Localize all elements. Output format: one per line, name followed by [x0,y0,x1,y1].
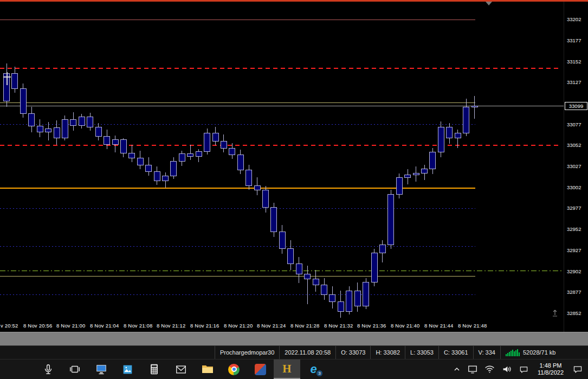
ie-notification-badge: 3 [316,370,322,376]
candle-body [279,232,285,249]
action-center-button[interactable] [572,359,584,379]
photos-icon [122,364,133,375]
red-blue-app-icon [255,364,266,375]
status-empty-area [0,346,215,359]
action-center-icon [573,365,583,374]
candle-body [254,186,260,190]
status-open-text: O: 33073 [341,349,365,356]
display-icon [468,365,477,374]
status-low-text: L: 33053 [410,349,434,356]
status-symbol-text: Prochargedmopar30 [220,349,274,356]
hidden-icons-button[interactable] [452,359,462,379]
microphone-icon [42,363,54,375]
candlestick-chart[interactable] [0,2,564,332]
candle-body [188,154,193,157]
price-axis[interactable]: 33099 3320233177331523312733077330523302… [564,2,588,332]
status-close: C: 33061 [438,346,473,359]
chrome-icon [228,364,240,375]
candle-body [163,176,169,181]
system-tray: 1:48 PM 11/8/2022 [452,359,588,379]
candle-body [396,177,402,194]
candle-body [229,148,235,155]
window-gap-strip [0,332,588,345]
candle-body [246,170,252,185]
file-explorer-button[interactable] [194,359,221,379]
price-axis-label: 32877 [567,289,581,295]
tray-wifi-button[interactable] [483,359,496,379]
crosshair-cursor-icon [2,72,12,85]
candle-body [95,127,101,136]
price-axis-label: 33152 [567,59,581,65]
taskbar-clock[interactable]: 1:48 PM 11/8/2022 [534,362,567,376]
chart-shift-marker-icon[interactable] [486,2,492,5]
task-view-button[interactable] [61,359,88,379]
taskbar-app-h-active[interactable]: H [274,359,300,379]
time-axis-label: 8 Nov 21:36 [357,323,386,329]
candle-body [313,279,319,285]
internet-explorer-button[interactable]: e 3 [300,359,327,379]
time-axis-label: 8 Nov 20:56 [23,323,52,329]
clock-time: 1:48 PM [538,362,564,369]
calculator-button[interactable] [141,359,167,379]
price-axis-label: 32927 [567,247,581,253]
tray-display-button[interactable] [467,359,479,379]
microphone-button[interactable] [35,359,61,379]
mail-app-button[interactable] [167,359,194,379]
status-volume-text: V: 334 [479,349,495,356]
candle-body [388,194,394,245]
chrome-icon-center [231,367,237,372]
calculator-icon [149,363,159,375]
candle-body [196,151,202,156]
file-explorer-icon [201,364,214,375]
status-symbol: Prochargedmopar30 [215,346,279,359]
photos-app-button[interactable] [114,359,141,379]
chart-plot-area[interactable]: v 20:528 Nov 20:568 Nov 21:008 Nov 21:04… [0,2,564,332]
candle-body [405,175,411,178]
time-axis[interactable]: v 20:528 Nov 20:568 Nov 21:008 Nov 21:04… [0,323,564,331]
taskbar-apps: H e 3 [0,359,327,379]
candle-body [354,291,360,306]
candle-body [371,253,377,282]
candle-body [363,282,369,306]
chart-anchor-icon[interactable] [552,310,558,319]
candle-body [70,119,76,125]
time-axis-label: 8 Nov 21:40 [391,323,419,329]
candle-body [438,127,444,152]
candle-body [79,117,85,126]
pc-app-button[interactable] [88,359,114,379]
tray-chat-button[interactable] [518,359,529,379]
candle-body [29,114,35,126]
price-axis-label: 33002 [567,184,581,190]
candle-body [288,249,294,264]
status-high: H: 33082 [370,346,405,359]
candle-body [305,274,311,279]
price-axis-label: 32852 [567,310,581,316]
time-axis-label: 8 Nov 21:16 [190,323,219,329]
taskbar: H e 3 [0,359,588,379]
candle-body [146,165,152,171]
candle-body [263,190,269,208]
volume-icon [502,365,512,374]
price-axis-label: 33077 [567,121,581,127]
current-price-tag: 33099 [565,102,587,110]
tray-volume-button[interactable] [501,359,513,379]
candle-body [212,133,218,142]
status-bar: Prochargedmopar30 2022.11.08 20:58 O: 33… [0,345,588,359]
candle-body [104,136,110,145]
status-open: O: 33073 [335,346,370,359]
price-axis-label: 33127 [567,79,581,85]
candle-body [296,264,302,274]
chrome-button[interactable] [221,359,247,379]
app-button-red-blue[interactable] [247,359,274,379]
chart-window[interactable]: v 20:528 Nov 20:568 Nov 21:008 Nov 21:04… [0,2,588,332]
price-axis-label: 32952 [567,226,581,232]
candle-body [447,127,453,138]
time-axis-label: 8 Nov 21:32 [324,323,353,329]
candle-body [54,128,60,138]
candle-body [87,117,93,127]
candle-body [221,142,227,148]
mail-icon [175,364,187,375]
candle-body [379,245,385,253]
candle-body [463,107,469,133]
candle-body [346,291,352,312]
